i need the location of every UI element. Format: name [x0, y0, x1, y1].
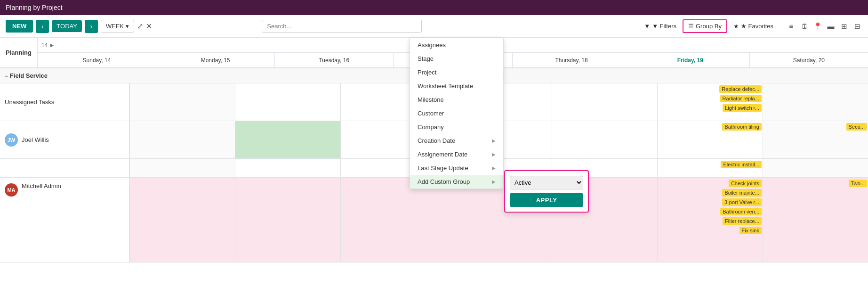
- groupby-customer[interactable]: Customer: [410, 107, 503, 120]
- page-title: Planning by Project: [6, 4, 63, 11]
- filters-button[interactable]: ▼ ▼ Filters: [639, 20, 682, 33]
- new-button[interactable]: NEW: [6, 20, 33, 33]
- view-icons: ≡ 🗓 📍 ▬ ⊞ ⊟: [786, 21, 862, 32]
- day-cell-tue-m: [340, 178, 446, 262]
- resource-label-unassigned: Unassigned Tasks: [0, 83, 129, 121]
- groupby-button[interactable]: ☰ Group By: [683, 19, 727, 33]
- toolbar: NEW ‹ TODAY › WEEK ▾ ⤢ ✕ ▼ ▼ Filters ☰ G…: [0, 15, 868, 38]
- groupby-dropdown: Assignees Stage Project Worksheet Templa…: [410, 38, 504, 189]
- task-radiator-repla[interactable]: Radiator repla...: [720, 95, 762, 102]
- day-cell-mon-e: [235, 159, 340, 177]
- custom-group-submenu: Active Assignees Stage Project APPLY: [504, 170, 589, 213]
- add-custom-group[interactable]: Add Custom Group ▶: [410, 175, 503, 189]
- top-bar: Planning by Project: [0, 0, 868, 15]
- calendar-view-icon[interactable]: 🗓: [799, 21, 810, 32]
- list-view-icon[interactable]: ≡: [786, 21, 796, 32]
- expand-button[interactable]: ⤢: [137, 22, 143, 31]
- task-fix-sink[interactable]: Fix sink: [739, 227, 762, 234]
- task-bathroom-tiling[interactable]: Bathroom tiling: [722, 123, 761, 131]
- groupby-project[interactable]: Project: [410, 66, 503, 79]
- day-cell-sat: [763, 83, 868, 121]
- gantt-view-icon[interactable]: ▬: [826, 21, 836, 32]
- groupby-assignees[interactable]: Assignees: [410, 38, 503, 52]
- pivot-view-icon[interactable]: ⊞: [839, 21, 849, 32]
- groupby-milestone[interactable]: Milestone: [410, 93, 503, 107]
- task-secu[interactable]: Secu...: [846, 123, 867, 131]
- groupby-stage[interactable]: Stage: [410, 52, 503, 66]
- day-header-thu: Thursday, 18: [512, 53, 631, 67]
- resource-label-joel: JW Joel Willis: [0, 121, 129, 158]
- day-cell-fri-e: Electric install...: [657, 159, 763, 177]
- week-selector[interactable]: WEEK ▾: [101, 20, 134, 33]
- task-electric-install[interactable]: Electric install...: [721, 161, 761, 168]
- grid-view-icon[interactable]: ⊟: [852, 21, 862, 32]
- groupby-worksheet-template[interactable]: Worksheet Template: [410, 79, 503, 93]
- star-icon: ★: [733, 23, 739, 30]
- chevron-right-icon: ▶: [492, 138, 496, 143]
- day-cell-thu-joel: [552, 121, 657, 158]
- task-two[interactable]: Two...: [849, 180, 867, 187]
- day-cell-sun-joel: [129, 121, 235, 158]
- day-cell-fri-m: Check joints Boiler mainte... 3-port Val…: [657, 178, 763, 262]
- day-cell-fri-joel: Bathroom tiling: [657, 121, 763, 158]
- day-cell-sat-m: Two...: [763, 178, 868, 262]
- map-view-icon[interactable]: 📍: [812, 21, 823, 32]
- task-light-switch[interactable]: Light switch r...: [723, 104, 762, 112]
- day-cell-fri: Replace defec... Radiator repla... Light…: [657, 83, 763, 121]
- resource-label-electric: [0, 159, 129, 177]
- day-cell-mon: [235, 83, 340, 121]
- chevron-right-icon: ▶: [492, 152, 496, 157]
- day-header-fri: Friday, 19: [631, 53, 749, 67]
- chevron-right-icon: ▶: [492, 179, 496, 184]
- groupby-icon: ☰: [688, 23, 694, 30]
- avatar-joel: JW: [5, 133, 18, 147]
- apply-button[interactable]: APPLY: [510, 193, 583, 207]
- avatar-mitchell: MA: [5, 183, 18, 197]
- search-input[interactable]: [262, 20, 422, 33]
- task-3port-valve[interactable]: 3-port Valve r...: [722, 198, 762, 206]
- groupby-last-stage-update[interactable]: Last Stage Update ▶: [410, 161, 503, 175]
- row-mitchell: MA Mitchell Admin Check joints Boiler ma…: [0, 178, 868, 263]
- resource-label-mitchell: MA Mitchell Admin: [0, 178, 129, 262]
- filter-icon: ▼: [644, 23, 650, 30]
- day-cell-sun-m: [129, 178, 235, 262]
- prev-button[interactable]: ‹: [36, 20, 49, 33]
- day-cell-sat-e: [763, 159, 868, 177]
- groupby-assignment-date[interactable]: Assignement Date ▶: [410, 148, 503, 161]
- day-cell-mon-joel: [235, 121, 340, 158]
- day-header-tue: Tuesday, 16: [274, 53, 393, 67]
- task-replace-defec[interactable]: Replace defec...: [719, 85, 762, 93]
- day-header-sun: Sunday, 14: [37, 53, 156, 67]
- day-cell-mon-m: [235, 178, 340, 262]
- filter-group: ▼ ▼ Filters ☰ Group By ★ ★ Favorites: [639, 19, 779, 33]
- task-check-joints[interactable]: Check joints: [729, 180, 762, 187]
- next-button[interactable]: ›: [85, 20, 98, 33]
- task-boiler-mainte[interactable]: Boiler mainte...: [722, 189, 761, 197]
- favorites-button[interactable]: ★ ★ Favorites: [728, 20, 779, 33]
- task-filter-replace[interactable]: Filter replace...: [723, 217, 762, 225]
- day-cell-thu: [552, 83, 657, 121]
- resource-cells-mitchell: Check joints Boiler mainte... 3-port Val…: [129, 178, 868, 262]
- custom-group-select[interactable]: Active Assignees Stage Project: [510, 176, 583, 189]
- sidebar-header: Planning: [0, 38, 37, 68]
- collapse-icon[interactable]: –: [5, 72, 8, 79]
- task-bathroom-ven[interactable]: Bathroom ven...: [720, 208, 762, 215]
- groupby-creation-date[interactable]: Creation Date ▶: [410, 134, 503, 148]
- day-header-mon: Monday, 15: [156, 53, 274, 67]
- day-cell-sun-e: [129, 159, 235, 177]
- groupby-company[interactable]: Company: [410, 120, 503, 134]
- chevron-right-icon: ▶: [492, 165, 496, 171]
- today-button[interactable]: TODAY: [52, 20, 82, 32]
- day-header-sat: Saturday, 20: [749, 53, 868, 67]
- day-cell-sun: [129, 83, 235, 121]
- group-label-field-service: – Field Service: [0, 72, 129, 79]
- day-cell-sat-joel: Secu...: [763, 121, 868, 158]
- collapse-button[interactable]: ✕: [146, 22, 152, 31]
